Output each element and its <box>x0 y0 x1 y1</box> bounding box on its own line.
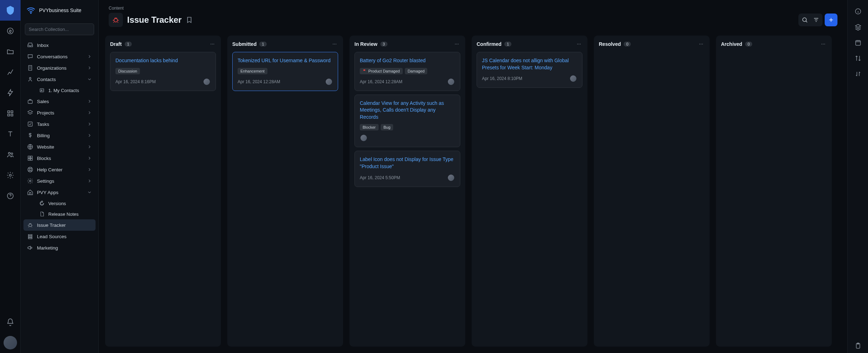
rail-help-icon[interactable] <box>0 186 21 206</box>
assignee-avatar[interactable] <box>360 134 368 142</box>
card[interactable]: JS Calendar does not allign with Global … <box>477 52 582 88</box>
card[interactable]: Documentation lacks behind Discussion Ap… <box>110 52 216 91</box>
column-menu-button[interactable] <box>698 41 705 48</box>
sidebar-item-help-center[interactable]: Help Center <box>23 164 96 175</box>
svg-point-27 <box>114 18 118 22</box>
rail-gear-icon[interactable] <box>0 165 21 186</box>
sidebar-item-tasks[interactable]: Tasks <box>23 118 96 130</box>
nav-label: Organizations <box>37 65 83 71</box>
svg-rect-4 <box>11 114 13 116</box>
column-menu-button[interactable] <box>209 41 216 48</box>
svg-point-28 <box>803 18 807 22</box>
column-header: Submitted 1 <box>232 41 338 48</box>
column-header: Confirmed 1 <box>477 41 582 48</box>
add-button[interactable] <box>825 14 837 26</box>
column-title: Archived <box>721 41 742 47</box>
svg-point-6 <box>11 153 13 155</box>
nav-label: Contacts <box>37 77 83 82</box>
chevron-down-icon <box>87 77 92 82</box>
main-header: Content Issue Tracker <box>99 0 847 36</box>
svg-rect-1 <box>7 111 10 113</box>
sidebar-item-website[interactable]: Website <box>23 141 96 153</box>
sidebar-item-marketing[interactable]: Marketing <box>23 242 96 253</box>
sidebar-subitem-1-my-contacts[interactable]: 1. My Contacts <box>23 85 96 96</box>
column-submitted: Submitted 1 Tokenized URL for Username &… <box>227 36 343 347</box>
bookmark-icon[interactable] <box>186 16 193 23</box>
chevron-right-icon <box>87 65 92 70</box>
sidebar-item-pvy-apps[interactable]: PVY Apps <box>23 187 96 198</box>
sidebar-item-billing[interactable]: Billing <box>23 130 96 141</box>
sidebar-item-inbox[interactable]: Inbox <box>23 39 96 51</box>
svg-point-35 <box>455 44 456 44</box>
sidebar-item-projects[interactable]: Projects <box>23 107 96 118</box>
card-title: Documentation lacks behind <box>115 57 211 64</box>
card[interactable]: Label Icon does not Display for Issue Ty… <box>354 151 460 187</box>
svg-point-38 <box>577 44 578 44</box>
sidebar-subitem-versions[interactable]: Versions <box>23 198 96 209</box>
sidebar-item-conversations[interactable]: Conversations <box>23 51 96 62</box>
right-clipboard-icon[interactable] <box>851 339 865 353</box>
rail-grid-icon[interactable] <box>0 103 21 124</box>
user-avatar[interactable] <box>0 332 21 353</box>
column-menu-button[interactable] <box>575 41 582 48</box>
app-logo[interactable] <box>0 0 21 21</box>
assignee-avatar[interactable] <box>569 75 577 82</box>
nav-label: Versions <box>48 201 92 206</box>
column-menu-button[interactable] <box>820 41 827 48</box>
app-name: PVYbusiness Suite <box>39 7 81 13</box>
rail-chart-icon[interactable] <box>0 62 21 82</box>
sidebar-item-settings[interactable]: Settings <box>23 175 96 187</box>
assignee-avatar[interactable] <box>447 174 455 182</box>
sidebar-item-organizations[interactable]: Organizations <box>23 62 96 74</box>
rail-bolt-icon[interactable] <box>0 82 21 103</box>
column-count: 3 <box>380 42 387 47</box>
assignee-avatar[interactable] <box>325 78 333 86</box>
column-menu-button[interactable] <box>331 41 338 48</box>
tag-row: BlockerBug <box>360 124 455 130</box>
right-calendar-icon[interactable] <box>851 36 865 50</box>
rail-compass-icon[interactable] <box>0 21 21 41</box>
nav-label: Help Center <box>37 167 83 172</box>
nav-label: Website <box>37 144 83 150</box>
rail-text-icon[interactable] <box>0 124 21 144</box>
rail-folder-icon[interactable] <box>0 41 21 62</box>
svg-rect-26 <box>28 238 32 239</box>
svg-rect-48 <box>856 41 860 45</box>
column-menu-button[interactable] <box>453 41 460 48</box>
column-in-review: In Review 3 Battery of Go2 Router blaste… <box>349 36 465 347</box>
card-title: Calendar View for any Activity such as M… <box>360 100 455 121</box>
rail-bell-icon[interactable] <box>0 312 21 332</box>
search-input[interactable] <box>25 23 94 35</box>
right-sort-icon[interactable] <box>851 67 865 81</box>
column-archived: Archived 0 <box>716 36 832 347</box>
nav-label: 1. My Contacts <box>48 88 92 93</box>
card[interactable]: Tokenized URL for Username & Password En… <box>232 52 338 91</box>
sidebar: PVYbusiness Suite InboxConversationsOrga… <box>21 0 99 353</box>
right-layers-icon[interactable] <box>851 20 865 34</box>
sidebar-item-issue-tracker[interactable]: Issue Tracker <box>23 219 96 231</box>
chevron-right-icon <box>87 99 92 104</box>
sidebar-item-lead-sources[interactable]: Lead Sources <box>23 231 96 242</box>
sidebar-nav: InboxConversationsOrganizationsContacts1… <box>21 39 98 253</box>
assignee-avatar[interactable] <box>203 78 211 86</box>
svg-point-5 <box>8 153 10 155</box>
right-info-icon[interactable] <box>851 4 865 18</box>
sidebar-subitem-release-notes[interactable]: Release Notes <box>23 209 96 219</box>
search-button[interactable] <box>799 14 810 26</box>
chevron-right-icon <box>87 54 92 59</box>
card[interactable]: Battery of Go2 Router blasted Product Da… <box>354 52 460 91</box>
sidebar-item-contacts[interactable]: Contacts <box>23 74 96 85</box>
right-arrows-icon[interactable] <box>851 51 865 65</box>
svg-rect-9 <box>29 65 32 70</box>
filter-button[interactable] <box>810 14 822 26</box>
card[interactable]: Calendar View for any Activity such as M… <box>354 95 460 148</box>
svg-point-29 <box>211 44 211 44</box>
breadcrumb: Content <box>109 6 837 11</box>
svg-rect-18 <box>28 159 30 160</box>
assignee-avatar[interactable] <box>447 78 455 86</box>
sidebar-item-sales[interactable]: Sales <box>23 96 96 107</box>
svg-point-43 <box>702 44 703 44</box>
card-title: Label Icon does not Display for Issue Ty… <box>360 156 455 170</box>
sidebar-item-blocks[interactable]: Blocks <box>23 153 96 164</box>
rail-users-icon[interactable] <box>0 144 21 165</box>
